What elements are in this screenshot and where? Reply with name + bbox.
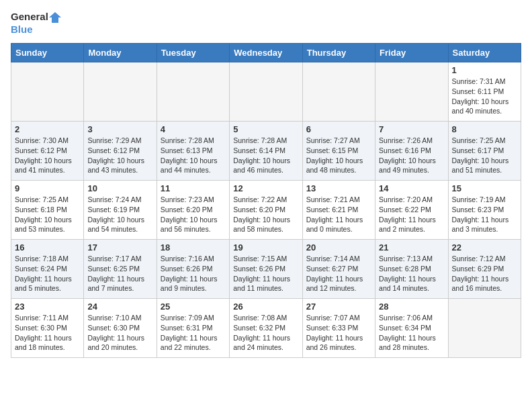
day-info: Sunrise: 7:09 AM Sunset: 6:31 PM Dayligh… (161, 313, 226, 353)
day-info: Sunrise: 7:22 AM Sunset: 6:20 PM Dayligh… (233, 195, 298, 234)
day-info: Sunrise: 7:06 AM Sunset: 6:34 PM Dayligh… (379, 313, 444, 353)
calendar-week-row: 16Sunrise: 7:18 AM Sunset: 6:24 PM Dayli… (11, 240, 521, 299)
day-info: Sunrise: 7:12 AM Sunset: 6:29 PM Dayligh… (452, 254, 517, 293)
day-number: 12 (233, 183, 298, 193)
day-number: 15 (452, 183, 517, 193)
calendar-cell: 24Sunrise: 7:10 AM Sunset: 6:30 PM Dayli… (84, 299, 157, 358)
calendar-cell: 20Sunrise: 7:14 AM Sunset: 6:27 PM Dayli… (302, 240, 375, 299)
calendar-header-monday: Monday (84, 44, 157, 62)
logo-blue: Blue (11, 24, 33, 35)
calendar-cell (11, 62, 84, 122)
day-info: Sunrise: 7:23 AM Sunset: 6:20 PM Dayligh… (161, 195, 226, 234)
calendar-week-row: 1Sunrise: 7:31 AM Sunset: 6:11 PM Daylig… (11, 62, 521, 122)
day-number: 27 (306, 302, 371, 312)
day-info: Sunrise: 7:27 AM Sunset: 6:15 PM Dayligh… (306, 136, 371, 175)
day-info: Sunrise: 7:29 AM Sunset: 6:12 PM Dayligh… (87, 136, 152, 175)
calendar-cell: 19Sunrise: 7:15 AM Sunset: 6:26 PM Dayli… (230, 240, 302, 299)
day-number: 16 (15, 242, 80, 253)
day-number: 22 (452, 242, 517, 253)
calendar-header-sunday: Sunday (11, 44, 84, 62)
day-number: 11 (161, 183, 226, 193)
day-number: 3 (87, 124, 152, 134)
calendar-cell: 25Sunrise: 7:09 AM Sunset: 6:31 PM Dayli… (157, 299, 229, 358)
day-info: Sunrise: 7:19 AM Sunset: 6:23 PM Dayligh… (452, 195, 517, 234)
calendar-cell: 23Sunrise: 7:11 AM Sunset: 6:30 PM Dayli… (11, 299, 84, 358)
day-number: 4 (161, 124, 226, 134)
calendar-cell: 27Sunrise: 7:07 AM Sunset: 6:33 PM Dayli… (302, 299, 375, 358)
day-info: Sunrise: 7:16 AM Sunset: 6:26 PM Dayligh… (161, 254, 226, 293)
calendar-cell: 17Sunrise: 7:17 AM Sunset: 6:25 PM Dayli… (84, 240, 157, 299)
calendar-header-friday: Friday (375, 44, 448, 62)
day-info: Sunrise: 7:25 AM Sunset: 6:18 PM Dayligh… (15, 195, 80, 234)
logo: General Blue (11, 11, 62, 35)
logo-general: General (11, 11, 48, 22)
calendar-cell: 21Sunrise: 7:13 AM Sunset: 6:28 PM Dayli… (375, 240, 448, 299)
day-number: 28 (379, 302, 444, 312)
svg-marker-0 (49, 12, 61, 23)
day-number: 8 (452, 124, 517, 134)
day-info: Sunrise: 7:13 AM Sunset: 6:28 PM Dayligh… (379, 254, 444, 293)
calendar-cell: 22Sunrise: 7:12 AM Sunset: 6:29 PM Dayli… (448, 240, 521, 299)
page-header: General Blue (11, 11, 521, 35)
calendar-cell: 10Sunrise: 7:24 AM Sunset: 6:19 PM Dayli… (84, 181, 157, 240)
day-info: Sunrise: 7:10 AM Sunset: 6:30 PM Dayligh… (87, 313, 152, 353)
calendar-cell: 8Sunrise: 7:25 AM Sunset: 6:17 PM Daylig… (448, 122, 521, 181)
day-number: 6 (306, 124, 371, 134)
calendar-cell (302, 62, 375, 122)
calendar-cell: 5Sunrise: 7:28 AM Sunset: 6:14 PM Daylig… (230, 122, 302, 181)
day-number: 20 (306, 242, 371, 253)
day-info: Sunrise: 7:17 AM Sunset: 6:25 PM Dayligh… (87, 254, 152, 293)
day-info: Sunrise: 7:31 AM Sunset: 6:11 PM Dayligh… (452, 77, 517, 116)
day-number: 14 (379, 183, 444, 193)
day-number: 21 (379, 242, 444, 253)
calendar-header-row: SundayMondayTuesdayWednesdayThursdayFrid… (11, 44, 521, 62)
calendar-header-saturday: Saturday (448, 44, 521, 62)
day-number: 1 (452, 65, 517, 75)
calendar-cell: 28Sunrise: 7:06 AM Sunset: 6:34 PM Dayli… (375, 299, 448, 358)
calendar-cell: 6Sunrise: 7:27 AM Sunset: 6:15 PM Daylig… (302, 122, 375, 181)
calendar-cell (84, 62, 157, 122)
day-info: Sunrise: 7:07 AM Sunset: 6:33 PM Dayligh… (306, 313, 371, 353)
logo-container: General Blue (11, 11, 62, 35)
calendar-cell: 4Sunrise: 7:28 AM Sunset: 6:13 PM Daylig… (157, 122, 229, 181)
day-info: Sunrise: 7:21 AM Sunset: 6:21 PM Dayligh… (306, 195, 371, 234)
calendar-cell: 7Sunrise: 7:26 AM Sunset: 6:16 PM Daylig… (375, 122, 448, 181)
day-number: 17 (87, 242, 152, 253)
calendar-cell: 12Sunrise: 7:22 AM Sunset: 6:20 PM Dayli… (230, 181, 302, 240)
calendar-cell (157, 62, 229, 122)
day-info: Sunrise: 7:15 AM Sunset: 6:26 PM Dayligh… (233, 254, 298, 293)
day-info: Sunrise: 7:30 AM Sunset: 6:12 PM Dayligh… (15, 136, 80, 175)
day-number: 24 (87, 302, 152, 312)
calendar-header-wednesday: Wednesday (230, 44, 302, 62)
day-info: Sunrise: 7:08 AM Sunset: 6:32 PM Dayligh… (233, 313, 298, 353)
calendar-cell (448, 299, 521, 358)
calendar-cell: 2Sunrise: 7:30 AM Sunset: 6:12 PM Daylig… (11, 122, 84, 181)
day-number: 7 (379, 124, 444, 134)
day-info: Sunrise: 7:28 AM Sunset: 6:14 PM Dayligh… (233, 136, 298, 175)
calendar-cell: 15Sunrise: 7:19 AM Sunset: 6:23 PM Dayli… (448, 181, 521, 240)
day-info: Sunrise: 7:28 AM Sunset: 6:13 PM Dayligh… (161, 136, 226, 175)
day-info: Sunrise: 7:14 AM Sunset: 6:27 PM Dayligh… (306, 254, 371, 293)
calendar-header-tuesday: Tuesday (157, 44, 229, 62)
day-info: Sunrise: 7:18 AM Sunset: 6:24 PM Dayligh… (15, 254, 80, 293)
logo-bird-icon (49, 11, 61, 24)
calendar-cell (230, 62, 302, 122)
day-number: 5 (233, 124, 298, 134)
day-number: 2 (15, 124, 80, 134)
calendar-cell: 16Sunrise: 7:18 AM Sunset: 6:24 PM Dayli… (11, 240, 84, 299)
calendar-cell: 14Sunrise: 7:20 AM Sunset: 6:22 PM Dayli… (375, 181, 448, 240)
day-number: 18 (161, 242, 226, 253)
day-number: 23 (15, 302, 80, 312)
day-info: Sunrise: 7:24 AM Sunset: 6:19 PM Dayligh… (87, 195, 152, 234)
calendar-header-thursday: Thursday (302, 44, 375, 62)
calendar-week-row: 9Sunrise: 7:25 AM Sunset: 6:18 PM Daylig… (11, 181, 521, 240)
day-number: 25 (161, 302, 226, 312)
day-number: 9 (15, 183, 80, 193)
day-number: 10 (87, 183, 152, 193)
day-info: Sunrise: 7:26 AM Sunset: 6:16 PM Dayligh… (379, 136, 444, 175)
day-info: Sunrise: 7:20 AM Sunset: 6:22 PM Dayligh… (379, 195, 444, 234)
calendar-week-row: 2Sunrise: 7:30 AM Sunset: 6:12 PM Daylig… (11, 122, 521, 181)
calendar-cell: 26Sunrise: 7:08 AM Sunset: 6:32 PM Dayli… (230, 299, 302, 358)
calendar-cell (375, 62, 448, 122)
calendar-cell: 11Sunrise: 7:23 AM Sunset: 6:20 PM Dayli… (157, 181, 229, 240)
